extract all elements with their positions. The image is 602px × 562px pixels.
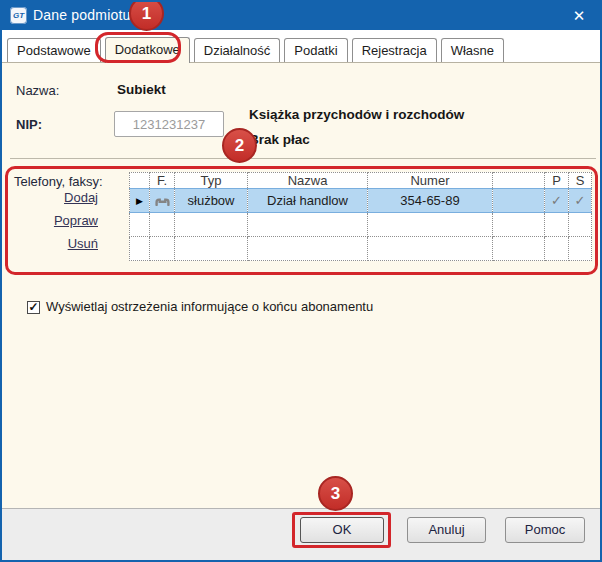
nip-label: NIP: (16, 117, 42, 132)
col-header-nazwa: Nazwa (248, 173, 368, 189)
phones-table[interactable]: F. Typ Nazwa Numer P S ▶ służbow Dział h… (129, 172, 592, 261)
ok-button[interactable]: OK (300, 517, 384, 543)
dodaj-link[interactable]: Dodaj (30, 190, 98, 205)
table-row-selected[interactable]: ▶ służbow Dział handlow 354-65-89 ✓ ✓ (130, 189, 592, 213)
abonament-checkbox[interactable]: ✓ (27, 301, 40, 314)
col-header-f: F. (150, 173, 175, 189)
numer-cell: 354-65-89 (368, 189, 493, 213)
cancel-button[interactable]: Anuluj (407, 517, 486, 543)
col-header-marker (130, 173, 150, 189)
phone-actions: Dodaj Popraw Usuń (30, 190, 98, 259)
window-title: Dane podmiotu (33, 7, 131, 23)
tab-strip: Podstawowe Dodatkowe Działalność Podatki… (2, 30, 600, 63)
col-header-filler (493, 173, 545, 189)
abonament-checkbox-label: Wyświetlaj ostrzeżenia informujące o koń… (46, 299, 373, 314)
nazwa-label: Nazwa: (16, 83, 59, 98)
tab-podstawowe[interactable]: Podstawowe (7, 38, 101, 62)
nazwa-cell: Dział handlow (248, 189, 368, 213)
col-header-s: S (569, 173, 592, 189)
popraw-link[interactable]: Popraw (30, 213, 98, 228)
table-header-row: F. Typ Nazwa Numer P S (130, 173, 592, 189)
payroll-status-text: Brak płac (249, 132, 310, 147)
s-check-icon: ✓ (569, 189, 592, 213)
col-header-typ: Typ (175, 173, 248, 189)
col-header-p: P (545, 173, 569, 189)
annotation-badge-2: 2 (222, 128, 257, 163)
table-row-empty (130, 213, 592, 237)
accounting-type-text: Książka przychodów i rozchodów (249, 107, 464, 122)
typ-cell: służbow (175, 189, 248, 213)
tab-dodatkowe[interactable]: Dodatkowe (105, 37, 190, 63)
p-check-icon: ✓ (545, 189, 569, 213)
nazwa-value: Subiekt (117, 82, 166, 97)
row-marker: ▶ (130, 189, 150, 213)
phones-section-label: Telefony, faksy: (14, 174, 103, 189)
tab-podatki[interactable]: Podatki (284, 38, 347, 62)
help-button[interactable]: Pomoc (505, 517, 585, 543)
annotation-badge-3: 3 (318, 476, 353, 511)
nip-input[interactable] (114, 111, 224, 137)
usun-link[interactable]: Usuń (30, 236, 98, 251)
filler-cell (493, 189, 545, 213)
phone-icon (155, 193, 170, 208)
tab-dzialalnosc[interactable]: Działalność (194, 38, 280, 62)
table-row-empty (130, 237, 592, 261)
tab-rejestracja[interactable]: Rejestracja (352, 38, 437, 62)
dialog-dane-podmiotu: GT Dane podmiotu ✕ Podstawowe Dodatkowe … (0, 0, 602, 562)
tab-wlasne[interactable]: Własne (441, 38, 504, 62)
titlebar: GT Dane podmiotu ✕ (2, 2, 600, 30)
separator-line (10, 158, 596, 159)
close-icon[interactable]: ✕ (567, 5, 591, 27)
col-header-numer: Numer (368, 173, 493, 189)
fax-cell (150, 189, 175, 213)
app-logo-icon: GT (10, 7, 27, 24)
